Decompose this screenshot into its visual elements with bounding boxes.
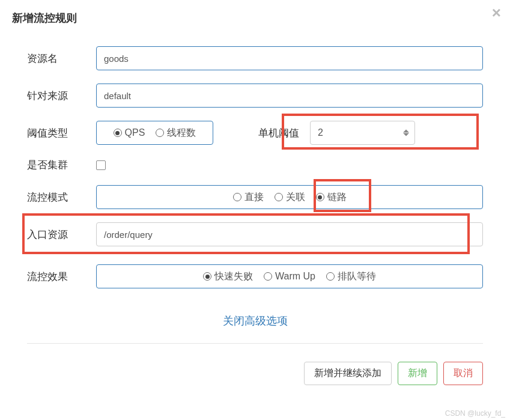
radio-fast-fail[interactable]: 快速失败 xyxy=(203,270,253,283)
radio-dot-icon xyxy=(316,193,324,201)
radio-direct[interactable]: 直接 xyxy=(233,191,264,204)
label-source: 针对来源 xyxy=(27,89,84,103)
radio-queue-wait[interactable]: 排队等待 xyxy=(326,270,376,283)
label-flow-mode: 流控模式 xyxy=(27,190,84,204)
spinner xyxy=(403,130,409,136)
radio-dot-icon xyxy=(326,272,335,281)
radio-queue-wait-label: 排队等待 xyxy=(338,270,376,283)
radio-dot-icon xyxy=(114,129,122,137)
divider xyxy=(27,343,483,344)
radio-fast-fail-label: 快速失败 xyxy=(214,270,253,283)
radio-dot-icon xyxy=(156,129,164,137)
add-button[interactable]: 新增 xyxy=(398,362,437,385)
row-cluster: 是否集群 xyxy=(27,158,483,172)
number-wrap xyxy=(310,121,415,145)
radio-qps-label: QPS xyxy=(125,127,145,138)
threshold-right: 单机阈值 xyxy=(258,121,415,145)
label-flow-effect: 流控效果 xyxy=(27,270,84,284)
radio-dot-icon xyxy=(264,272,272,281)
wrap-entry-resource xyxy=(96,222,483,246)
close-icon[interactable]: × xyxy=(492,5,501,20)
modal-footer: 新增并继续添加 新增 取消 xyxy=(0,362,510,400)
row-entry-resource: 入口资源 xyxy=(27,222,483,246)
input-source[interactable] xyxy=(96,84,483,108)
advanced-toggle: 关闭高级选项 xyxy=(27,314,483,328)
radio-direct-label: 直接 xyxy=(244,191,264,204)
cancel-button[interactable]: 取消 xyxy=(443,362,483,385)
wrap-flow-mode: 直接 关联 链路 xyxy=(96,185,483,209)
radio-group-flow-effect: 快速失败 Warm Up 排队等待 xyxy=(96,264,483,288)
threshold-left: QPS 线程数 xyxy=(96,121,213,145)
row-flow-mode: 流控模式 直接 关联 链路 xyxy=(27,185,483,209)
wrap-resource-name xyxy=(96,46,483,70)
add-continue-button[interactable]: 新增并继续添加 xyxy=(304,362,392,385)
row-threshold: 阈值类型 QPS 线程数 单机阈值 xyxy=(27,121,483,145)
radio-relate[interactable]: 关联 xyxy=(275,191,305,204)
label-cluster: 是否集群 xyxy=(27,158,84,172)
chevron-up-icon[interactable] xyxy=(403,130,409,133)
radio-dot-icon xyxy=(233,193,241,201)
wrap-flow-effect: 快速失败 Warm Up 排队等待 xyxy=(96,264,483,288)
wrap-threshold: QPS 线程数 单机阈值 xyxy=(96,121,483,145)
radio-dot-icon xyxy=(275,193,283,201)
radio-dot-icon xyxy=(203,272,211,281)
row-source: 针对来源 xyxy=(27,84,483,108)
radio-group-threshold-type: QPS 线程数 xyxy=(96,121,213,145)
wrap-source xyxy=(96,84,483,108)
radio-warm-up[interactable]: Warm Up xyxy=(264,271,315,282)
checkbox-cluster[interactable] xyxy=(96,160,106,170)
modal-title: 新增流控规则 xyxy=(12,11,498,25)
label-resource-name: 资源名 xyxy=(27,52,84,65)
radio-qps[interactable]: QPS xyxy=(114,127,145,138)
radio-chain-label: 链路 xyxy=(327,191,347,204)
input-resource-name[interactable] xyxy=(96,46,483,70)
radio-chain[interactable]: 链路 xyxy=(316,191,347,204)
input-entry-resource[interactable] xyxy=(96,222,483,246)
watermark: CSDN @lucky_fd_ xyxy=(445,409,505,418)
row-flow-effect: 流控效果 快速失败 Warm Up 排队等待 xyxy=(27,264,483,288)
modal-header: 新增流控规则 × xyxy=(0,0,510,34)
radio-group-flow-mode: 直接 关联 链路 xyxy=(96,185,483,209)
chevron-down-icon[interactable] xyxy=(403,133,409,136)
input-threshold-value[interactable] xyxy=(310,121,415,145)
label-threshold-value: 单机阈值 xyxy=(258,126,299,140)
label-entry-resource: 入口资源 xyxy=(27,228,84,242)
radio-warm-up-label: Warm Up xyxy=(275,271,315,282)
radio-threads-label: 线程数 xyxy=(167,127,196,139)
modal-body: 资源名 针对来源 阈值类型 QPS xyxy=(0,34,510,362)
modal-dialog: 新增流控规则 × 资源名 针对来源 阈值类型 xyxy=(0,0,510,420)
row-resource-name: 资源名 xyxy=(27,46,483,70)
label-threshold-type: 阈值类型 xyxy=(27,126,84,140)
radio-relate-label: 关联 xyxy=(286,191,305,204)
radio-threads[interactable]: 线程数 xyxy=(156,127,196,139)
advanced-link[interactable]: 关闭高级选项 xyxy=(223,315,288,327)
